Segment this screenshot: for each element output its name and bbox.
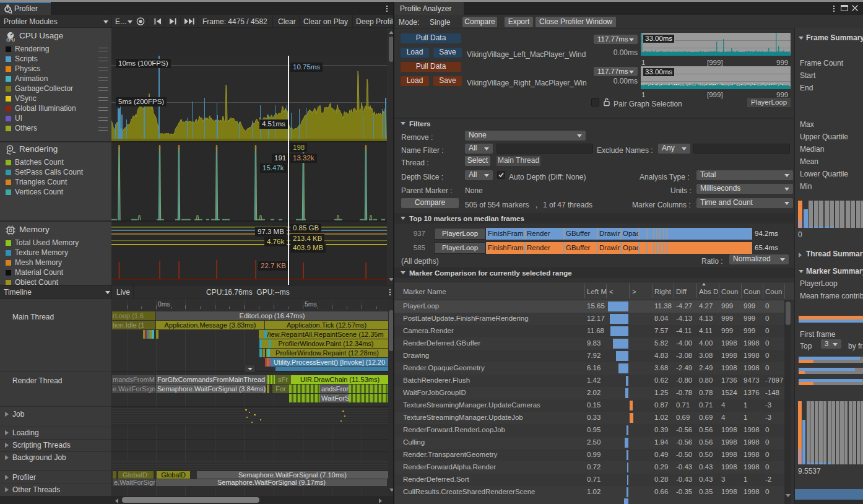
svg-text:CPU: CPU [6, 38, 15, 42]
